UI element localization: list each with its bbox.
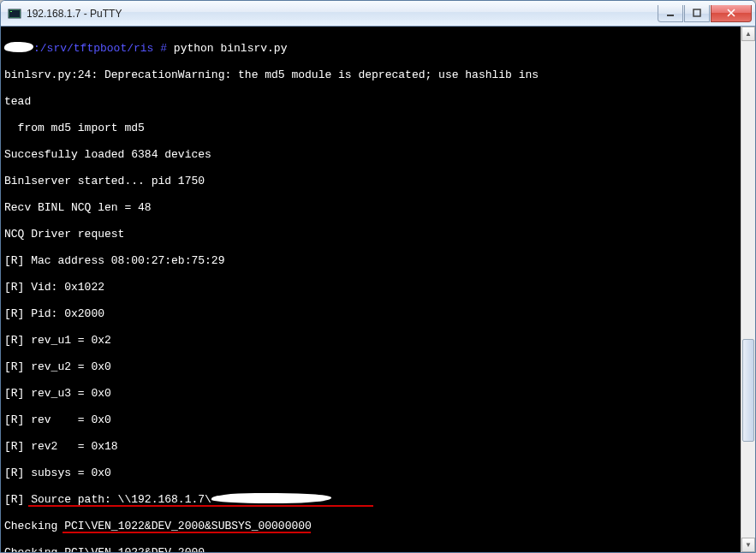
terminal[interactable]: :/srv/tftpboot/ris # python binlsrv.py b… <box>1 27 741 552</box>
output-line: [R] Mac address 08:00:27:eb:75:29 <box>4 254 741 268</box>
redaction-smudge <box>4 42 33 52</box>
output-line: [R] rev2 = 0x18 <box>4 440 741 454</box>
output-line: from md5 import md5 <box>4 122 741 135</box>
output-line: NCQ Driver request <box>4 228 741 241</box>
output-line: [R] rev_u2 = 0x0 <box>4 360 741 374</box>
output-line: Checking PCI\VEN_1022&DEV_2000&SUBSYS_00… <box>4 520 741 533</box>
scroll-down-button[interactable]: ▼ <box>741 538 755 552</box>
prompt-line: :/srv/tftpboot/ris # python binlsrv.py <box>4 42 741 56</box>
red-underline <box>28 505 373 507</box>
svg-rect-4 <box>693 9 700 16</box>
svg-rect-3 <box>667 15 674 16</box>
output-line: [R] Pid: 0x2000 <box>4 307 741 321</box>
scroll-thumb[interactable] <box>742 339 754 442</box>
close-button[interactable] <box>711 5 752 22</box>
output-line: [R] rev_u3 = 0x0 <box>4 387 741 401</box>
client-area: :/srv/tftpboot/ris # python binlsrv.py b… <box>1 27 755 552</box>
scrollbar[interactable]: ▲ ▼ <box>741 27 755 552</box>
output-line: [R] rev_u1 = 0x2 <box>4 334 741 348</box>
output-line: Checking PCI\VEN_1022&DEV_2000 <box>4 546 741 553</box>
putty-window: 192.168.1.7 - PuTTY :/srv/tftpboot/ris #… <box>0 0 756 553</box>
output-line: binlsrv.py:24: DeprecationWarning: the m… <box>4 68 741 82</box>
redaction-smudge <box>211 493 331 503</box>
output-line: [R] subsys = 0x0 <box>4 467 741 480</box>
svg-rect-2 <box>10 11 12 12</box>
output-line: [R] Source path: \\192.168.1.7\ <box>4 493 741 507</box>
putty-icon <box>8 7 21 21</box>
output-line: Succesfully loaded 6384 devices <box>4 148 741 162</box>
output-line: [R] rev = 0x0 <box>4 413 741 427</box>
window-title: 192.168.1.7 - PuTTY <box>27 8 658 20</box>
window-controls <box>658 5 752 22</box>
red-underline <box>63 532 311 533</box>
output-line: Binlserver started... pid 1750 <box>4 175 741 188</box>
scroll-up-button[interactable]: ▲ <box>741 27 755 41</box>
maximize-button[interactable] <box>684 5 710 22</box>
minimize-button[interactable] <box>658 5 683 22</box>
output-line: Recv BINL NCQ len = 48 <box>4 201 741 215</box>
output-line: tead <box>4 95 741 109</box>
titlebar[interactable]: 192.168.1.7 - PuTTY <box>1 1 755 27</box>
output-line: [R] Vid: 0x1022 <box>4 281 741 294</box>
scroll-track[interactable] <box>741 41 755 538</box>
